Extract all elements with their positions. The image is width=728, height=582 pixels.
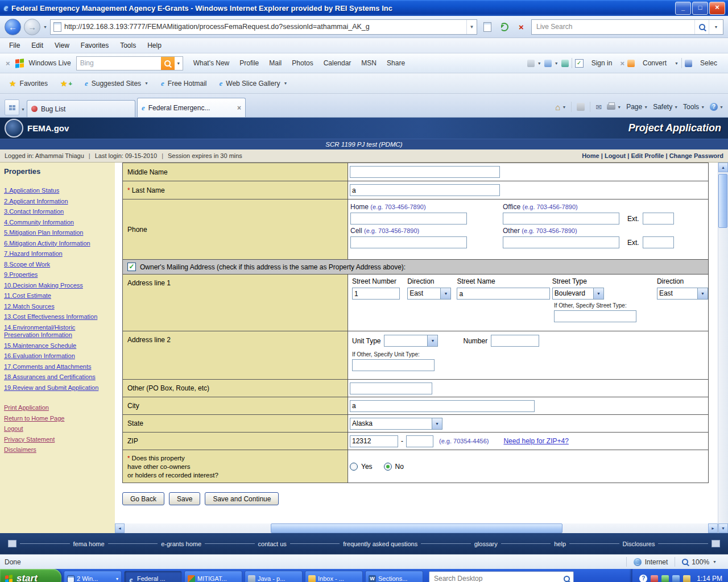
footer-link-disclosures[interactable]: Disclosures bbox=[623, 541, 655, 547]
print-button[interactable]: ▼ bbox=[607, 104, 621, 110]
session-link-change-password[interactable]: Change Password bbox=[669, 152, 723, 159]
home-phone-input[interactable] bbox=[350, 213, 467, 225]
search-go-button[interactable] bbox=[694, 20, 709, 34]
sidebar-link-privacy-statement[interactable]: Privacy Statement bbox=[4, 436, 112, 444]
url-dropdown-icon[interactable]: ▼ bbox=[466, 20, 477, 34]
sidebar-item-19-review-and-submit-application[interactable]: 19.Review and Submit Application bbox=[4, 384, 112, 392]
favorites-item-web-slice-gallery[interactable]: e Web Slice Gallery ▼ bbox=[215, 77, 292, 90]
close-icon[interactable]: × bbox=[620, 59, 624, 68]
taskbar-button-java-p[interactable]: Java - p... bbox=[245, 571, 303, 582]
menu-item-favorites[interactable]: Favorites bbox=[75, 40, 114, 51]
scroll-down-button[interactable]: ▼ bbox=[718, 523, 728, 533]
url-field[interactable]: http://192.168.3.193:7777/FEMAMitigation… bbox=[50, 19, 477, 35]
other-unit-type-input[interactable] bbox=[352, 359, 435, 371]
save-button[interactable]: Save bbox=[169, 492, 200, 505]
back-button[interactable]: ← bbox=[5, 19, 21, 35]
horizontal-scrollbar[interactable]: ◄ ► bbox=[115, 523, 718, 533]
sidebar-item-10-decision-making-process[interactable]: 10.Decision Making Process bbox=[4, 282, 112, 290]
zoom-control[interactable]: 100% ▼ bbox=[675, 557, 723, 567]
feeds-icon[interactable] bbox=[577, 103, 585, 111]
live-link-share[interactable]: Share bbox=[382, 59, 410, 67]
scroll-up-button[interactable]: ▲ bbox=[718, 163, 728, 172]
recent-pages-chevron-icon[interactable]: ▼ bbox=[43, 25, 47, 29]
sign-in-button[interactable]: Sign in bbox=[586, 59, 618, 67]
desktop-search-box[interactable] bbox=[429, 571, 574, 582]
footer-link-contact-us[interactable]: contact us bbox=[258, 541, 287, 547]
sidebar-item-5-mitigation-plan-information[interactable]: 5.Mitigation Plan Information bbox=[4, 229, 112, 237]
sidebar-link-return-to-home-page[interactable]: Return to Home Page bbox=[4, 415, 112, 423]
state-select[interactable]: Alaska bbox=[350, 418, 442, 430]
co-owners-no-radio[interactable] bbox=[384, 463, 392, 471]
close-button[interactable]: × bbox=[709, 2, 725, 15]
vertical-scroll-track[interactable] bbox=[718, 172, 728, 523]
start-button[interactable]: start bbox=[0, 569, 61, 582]
session-link-logout[interactable]: Logout bbox=[605, 152, 631, 159]
share-badge-icon[interactable] bbox=[527, 60, 535, 67]
sidebar-item-13-cost-effectiveness-information[interactable]: 13.Cost Effectiveness Information bbox=[4, 313, 112, 321]
select-button[interactable]: Selec bbox=[695, 59, 722, 67]
compatibility-view-button[interactable] bbox=[480, 20, 494, 34]
street-type-select[interactable]: Boulevard bbox=[552, 288, 604, 300]
taskbar-button-mitigat[interactable]: MITIGAT... bbox=[184, 571, 242, 582]
menu-item-file[interactable]: File bbox=[3, 40, 26, 51]
sidebar-item-6-mitigation-activity-information[interactable]: 6.Mitigation Activity Information bbox=[4, 240, 112, 248]
save-and-continue-button[interactable]: Save and Continue bbox=[205, 492, 279, 505]
zip-input[interactable] bbox=[350, 435, 398, 447]
street-name-input[interactable] bbox=[457, 288, 549, 300]
live-link-msn[interactable]: MSN bbox=[356, 59, 382, 67]
go-back-button[interactable]: Go Back bbox=[122, 492, 164, 505]
network-icon[interactable] bbox=[672, 575, 680, 582]
live-link-profile[interactable]: Profile bbox=[234, 59, 264, 67]
zip-plus4-input[interactable] bbox=[406, 435, 433, 447]
translate-icon[interactable] bbox=[561, 60, 569, 67]
add-favorite-button[interactable]: ★+ bbox=[56, 77, 77, 90]
sidebar-link-disclaimers[interactable]: Disclaimers bbox=[4, 446, 112, 454]
cell-phone-input[interactable] bbox=[350, 236, 467, 248]
home-button[interactable]: ⌂▼ bbox=[555, 102, 566, 112]
security-alert-icon[interactable] bbox=[651, 575, 658, 582]
pre-direction-select[interactable]: East bbox=[407, 288, 451, 300]
mailing-address-checkbox[interactable] bbox=[127, 263, 136, 271]
live-link-calendar[interactable]: Calendar bbox=[318, 59, 357, 67]
tools-menu[interactable]: Tools▼ bbox=[683, 103, 705, 111]
middle-name-input[interactable] bbox=[350, 166, 500, 178]
sidebar-item-3-contact-information[interactable]: 3.Contact Information bbox=[4, 208, 112, 216]
post-direction-select[interactable]: East bbox=[657, 288, 708, 300]
footer-link-fema-home[interactable]: fema home bbox=[73, 541, 105, 547]
forward-button[interactable]: → bbox=[24, 19, 40, 35]
live-link-what-s-new[interactable]: What's New bbox=[188, 59, 235, 67]
bing-search-box[interactable]: Bing ▼ bbox=[76, 56, 183, 70]
live-link-photos[interactable]: Photos bbox=[287, 59, 318, 67]
read-mail-button[interactable]: ✉ bbox=[595, 103, 602, 111]
vertical-scroll-thumb[interactable] bbox=[718, 174, 727, 228]
sidebar-link-print-application[interactable]: Print Application bbox=[4, 404, 112, 412]
vertical-scrollbar[interactable]: ▲ ▼ bbox=[718, 163, 728, 533]
horizontal-scroll-track[interactable] bbox=[125, 523, 708, 533]
sidebar-item-4-community-information[interactable]: 4.Community Information bbox=[4, 219, 112, 227]
session-link-edit-profile[interactable]: Edit Profile bbox=[631, 152, 669, 159]
fema-logo[interactable]: FEMA.gov bbox=[27, 123, 69, 133]
menu-item-edit[interactable]: Edit bbox=[26, 40, 49, 51]
sidebar-item-8-scope-of-work[interactable]: 8.Scope of Work bbox=[4, 261, 112, 269]
restore-button[interactable]: □ bbox=[692, 2, 708, 15]
menu-item-help[interactable]: Help bbox=[142, 40, 167, 51]
sidebar-item-11-cost-estimate[interactable]: 11.Cost Estimate bbox=[4, 292, 112, 300]
other-po-input[interactable] bbox=[350, 383, 432, 394]
city-input[interactable] bbox=[350, 400, 535, 412]
sidebar-item-1-application-status[interactable]: 1.Application Status bbox=[4, 187, 112, 195]
taskbar-button-2-win[interactable]: 2 Win...▾ bbox=[64, 571, 122, 582]
search-options-button[interactable]: ▼ bbox=[709, 20, 723, 34]
sidebar-item-2-applicant-information[interactable]: 2.Applicant Information bbox=[4, 198, 112, 206]
sidebar-item-18-assurances-and-certifications[interactable]: 18.Assurances and Certifications bbox=[4, 373, 112, 381]
layout-icon[interactable] bbox=[544, 60, 552, 67]
minimize-button[interactable]: _ bbox=[675, 2, 691, 15]
other-street-type-input[interactable] bbox=[554, 310, 636, 322]
live-link-mail[interactable]: Mail bbox=[264, 59, 287, 67]
stop-button[interactable]: × bbox=[514, 20, 528, 34]
co-owners-yes-radio[interactable] bbox=[350, 463, 358, 471]
taskbar-button-inbox[interactable]: Inbox - ... bbox=[305, 571, 363, 582]
favorites-button[interactable]: ★ Favorites bbox=[5, 77, 52, 90]
tab-federal-emergency[interactable]: e Federal Emergenc... × bbox=[137, 98, 246, 117]
footer-link-glossary[interactable]: glossary bbox=[474, 541, 498, 547]
office-ext-input[interactable] bbox=[643, 213, 674, 225]
